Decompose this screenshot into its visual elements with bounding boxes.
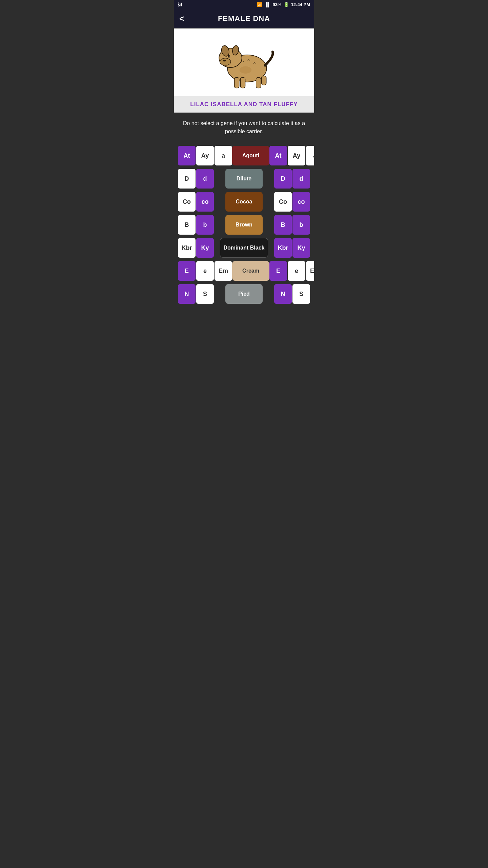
gene-row-pied: N S Pied N S bbox=[178, 284, 310, 304]
cream-center-button[interactable]: Cream bbox=[232, 261, 269, 281]
pied-S-left[interactable]: S bbox=[196, 284, 214, 304]
svg-rect-10 bbox=[256, 77, 261, 88]
back-button[interactable]: < bbox=[179, 14, 184, 23]
gene-row-dilute: D d Dilute D d bbox=[178, 169, 310, 189]
cocoa-co-right[interactable]: co bbox=[292, 192, 310, 212]
status-left: 🖼 bbox=[178, 2, 182, 7]
svg-point-7 bbox=[229, 56, 230, 57]
pied-center-button[interactable]: Pied bbox=[225, 284, 263, 304]
svg-point-12 bbox=[240, 66, 252, 74]
gene-row-cream: E e Em Cream E e Em bbox=[178, 261, 310, 281]
svg-rect-9 bbox=[240, 77, 245, 88]
pied-right-group: N S bbox=[274, 284, 310, 304]
dilute-d-left[interactable]: d bbox=[196, 169, 214, 189]
battery-icon: 🔋 bbox=[284, 2, 289, 7]
cocoa-right-group: Co co bbox=[274, 192, 310, 212]
pied-left-group: N S bbox=[178, 284, 214, 304]
breed-label: LILAC ISABELLA AND TAN FLUFFY bbox=[174, 96, 314, 113]
time-display: 12:44 PM bbox=[291, 2, 310, 7]
status-right: 📶 ▐▌ 93% 🔋 12:44 PM bbox=[257, 2, 310, 7]
cocoa-center-button[interactable]: Cocoa bbox=[225, 192, 263, 212]
brown-B-right[interactable]: B bbox=[274, 215, 292, 235]
cream-E-left[interactable]: E bbox=[178, 261, 196, 281]
signal-icon: ▐▌ bbox=[264, 2, 270, 7]
dominant-black-left-group: Kbr Ky bbox=[178, 238, 214, 258]
agouti-a-right[interactable]: a bbox=[306, 146, 314, 165]
brown-right-group: B b bbox=[274, 215, 310, 235]
cream-left-group: E e Em bbox=[178, 261, 232, 281]
brown-B-left[interactable]: B bbox=[178, 215, 196, 235]
brown-left-group: B b bbox=[178, 215, 214, 235]
brown-b-left[interactable]: b bbox=[196, 215, 214, 235]
agouti-center-button[interactable]: Agouti bbox=[232, 146, 269, 165]
cream-Em-left[interactable]: Em bbox=[215, 261, 232, 281]
dog-illustration bbox=[214, 35, 274, 90]
svg-point-5 bbox=[223, 60, 226, 61]
agouti-right-group: At Ay a bbox=[269, 146, 314, 165]
gene-row-agouti: At Ay a Agouti At Ay a bbox=[178, 146, 310, 165]
header: < FEMALE DNA bbox=[174, 9, 314, 28]
agouti-ay-right[interactable]: Ay bbox=[288, 146, 305, 165]
dominant-black-Kbr-right[interactable]: Kbr bbox=[274, 238, 292, 258]
cocoa-Co-left[interactable]: Co bbox=[178, 192, 196, 212]
status-bar: 🖼 📶 ▐▌ 93% 🔋 12:44 PM bbox=[174, 0, 314, 9]
battery-text: 93% bbox=[273, 2, 282, 7]
cocoa-co-left[interactable]: co bbox=[196, 192, 214, 212]
cream-e-right[interactable]: e bbox=[288, 261, 305, 281]
photo-icon: 🖼 bbox=[178, 2, 182, 7]
gene-grid: At Ay a Agouti At Ay a D d Dilute D d Co… bbox=[174, 142, 314, 314]
cream-Em-right[interactable]: Em bbox=[306, 261, 314, 281]
svg-point-4 bbox=[220, 58, 231, 65]
svg-rect-11 bbox=[262, 76, 266, 85]
dog-image-section bbox=[174, 28, 314, 96]
svg-rect-8 bbox=[235, 77, 239, 88]
dominant-black-right-group: Kbr Ky bbox=[274, 238, 310, 258]
agouti-at-right[interactable]: At bbox=[269, 146, 287, 165]
agouti-left-group: At Ay a bbox=[178, 146, 232, 165]
dilute-D-left[interactable]: D bbox=[178, 169, 196, 189]
cream-e-left[interactable]: e bbox=[196, 261, 214, 281]
pied-N-right[interactable]: N bbox=[274, 284, 292, 304]
dilute-D-right[interactable]: D bbox=[274, 169, 292, 189]
dominant-black-Ky-right[interactable]: Ky bbox=[292, 238, 310, 258]
page-title: FEMALE DNA bbox=[189, 14, 299, 23]
brown-center-button[interactable]: Brown bbox=[225, 215, 263, 235]
instruction-text: Do not select a gene if you want to calc… bbox=[174, 113, 314, 142]
gene-row-brown: B b Brown B b bbox=[178, 215, 310, 235]
dominant-black-Kbr-left[interactable]: Kbr bbox=[178, 238, 196, 258]
brown-b-right[interactable]: b bbox=[292, 215, 310, 235]
gene-row-dominant-black: Kbr Ky Dominant Black Kbr Ky bbox=[178, 238, 310, 258]
pied-N-left[interactable]: N bbox=[178, 284, 196, 304]
dominant-black-Ky-left[interactable]: Ky bbox=[196, 238, 214, 258]
pied-S-right[interactable]: S bbox=[292, 284, 310, 304]
dilute-left-group: D d bbox=[178, 169, 214, 189]
dominant-black-center-button[interactable]: Dominant Black bbox=[220, 238, 268, 258]
wifi-icon: 📶 bbox=[257, 2, 262, 7]
cream-E-right[interactable]: E bbox=[269, 261, 287, 281]
cocoa-left-group: Co co bbox=[178, 192, 214, 212]
agouti-ay-left[interactable]: Ay bbox=[196, 146, 214, 165]
cream-right-group: E e Em bbox=[269, 261, 314, 281]
agouti-at-left[interactable]: At bbox=[178, 146, 196, 165]
agouti-a-left[interactable]: a bbox=[215, 146, 232, 165]
dilute-right-group: D d bbox=[274, 169, 310, 189]
cocoa-Co-right[interactable]: Co bbox=[274, 192, 292, 212]
dilute-d-right[interactable]: d bbox=[292, 169, 310, 189]
dilute-center-button[interactable]: Dilute bbox=[225, 169, 263, 189]
gene-row-cocoa: Co co Cocoa Co co bbox=[178, 192, 310, 212]
